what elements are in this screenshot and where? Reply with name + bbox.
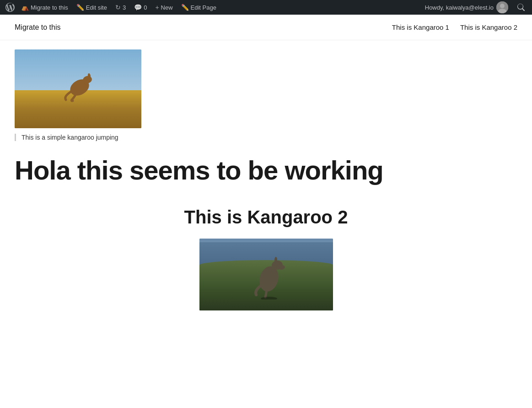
svg-point-1 bbox=[500, 4, 505, 8]
admin-bar: ⛺ Migrate to this ✏️ Edit site ↻ 3 💬 0 +… bbox=[0, 0, 532, 15]
edit-page-icon: ✏️ bbox=[181, 4, 189, 11]
site-nav: Migrate to this This is Kangaroo 1 This … bbox=[0, 15, 532, 40]
wordpress-logo[interactable] bbox=[4, 0, 16, 15]
new-item[interactable]: + New bbox=[151, 0, 176, 15]
revisions-count: 3 bbox=[123, 4, 126, 11]
nav-right: This is Kangaroo 1 This is Kangaroo 2 bbox=[392, 23, 517, 31]
migrate-to-this-item[interactable]: ⛺ Migrate to this bbox=[17, 0, 72, 15]
user-info[interactable]: Howdy, kaiwalya@elest.io bbox=[421, 1, 512, 13]
svg-point-10 bbox=[261, 297, 277, 299]
revisions-item[interactable]: ↻ 3 bbox=[112, 0, 129, 15]
comments-icon: 💬 bbox=[134, 4, 142, 11]
kangaroo-image-2-container bbox=[15, 239, 517, 310]
user-greeting: Howdy, kaiwalya@elest.io bbox=[425, 4, 494, 11]
kangaroo-svg-1 bbox=[59, 67, 100, 106]
new-icon: + bbox=[155, 4, 159, 11]
migrate-label: Migrate to this bbox=[31, 4, 68, 11]
main-heading: Hola this seems to be working bbox=[15, 156, 517, 185]
kangaroo-image-1 bbox=[15, 49, 141, 128]
site-title[interactable]: Migrate to this bbox=[15, 23, 60, 32]
edit-page-item[interactable]: ✏️ Edit Page bbox=[177, 0, 220, 15]
edit-site-item[interactable]: ✏️ Edit site bbox=[73, 0, 111, 15]
image-caption: This is a simple kangaroo jumping bbox=[15, 134, 517, 141]
nav-link-kangaroo1[interactable]: This is Kangaroo 1 bbox=[392, 23, 449, 31]
kangaroo-image-2 bbox=[199, 239, 333, 310]
admin-bar-left: ⛺ Migrate to this ✏️ Edit site ↻ 3 💬 0 +… bbox=[4, 0, 421, 15]
svg-point-9 bbox=[274, 257, 277, 263]
migrate-icon: ⛺ bbox=[21, 4, 29, 11]
admin-bar-right: Howdy, kaiwalya@elest.io bbox=[421, 0, 528, 15]
search-button[interactable] bbox=[514, 0, 528, 15]
nav-link-kangaroo2[interactable]: This is Kangaroo 2 bbox=[460, 23, 517, 31]
caption-text: This is a simple kangaroo jumping bbox=[21, 134, 118, 141]
kangaroo-svg-2 bbox=[246, 249, 292, 299]
kangaroo2-heading: This is Kangaroo 2 bbox=[15, 207, 517, 228]
user-avatar bbox=[496, 1, 508, 13]
edit-site-icon: ✏️ bbox=[76, 4, 84, 11]
revisions-icon: ↻ bbox=[115, 4, 121, 11]
edit-site-label: Edit site bbox=[86, 4, 107, 11]
comments-count: 0 bbox=[144, 4, 147, 11]
edit-page-label: Edit Page bbox=[191, 4, 216, 11]
main-content: This is a simple kangaroo jumping Hola t… bbox=[0, 40, 532, 329]
comments-item[interactable]: 💬 0 bbox=[130, 0, 150, 15]
new-label: New bbox=[161, 4, 173, 11]
